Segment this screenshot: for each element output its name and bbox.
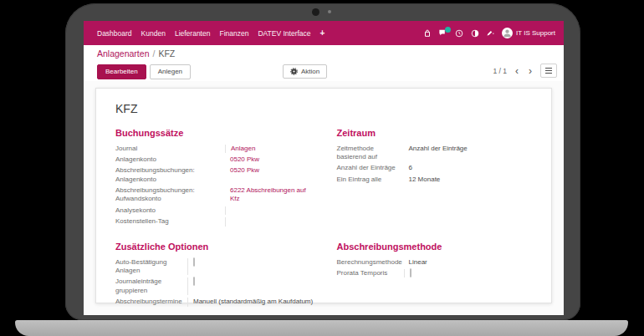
- contrast-icon[interactable]: [470, 28, 479, 38]
- user-menu[interactable]: IT IS Support: [502, 28, 555, 38]
- pager-value: 1 / 1: [493, 67, 507, 75]
- notification-badge: [445, 27, 451, 33]
- menu-lieferanten[interactable]: Lieferanten: [175, 29, 211, 38]
- field-label: Anzahl der Einträge: [337, 164, 404, 172]
- field-label: Journaleinträge gruppieren: [115, 277, 187, 295]
- journaleintraege-gruppieren-checkbox[interactable]: [193, 277, 195, 286]
- section-buchungssaetze: Buchungssätze Journal Anlagen Anlagenkon…: [115, 128, 315, 227]
- prorata-temporis-checkbox[interactable]: [410, 268, 411, 277]
- create-button[interactable]: Anlegen: [150, 64, 191, 79]
- field-label: Ein Eintrag alle: [337, 176, 404, 184]
- field-value: [187, 258, 315, 276]
- section-abschreibungsmethode: Abschreibungsmethode Berechnungsmethode …: [337, 242, 537, 308]
- chat-icon[interactable]: [438, 28, 447, 38]
- webcam-dot: [312, 8, 319, 16]
- section-zeitraum: Zeitraum Zeitmethode basierend auf Anzah…: [337, 128, 537, 227]
- field-row-ein-eintrag-alle: Ein Eintrag alle 12 Monate: [337, 174, 537, 185]
- action-menu-icon: [290, 68, 298, 75]
- record-buttons: Bearbeiten Anlegen: [97, 64, 191, 79]
- breadcrumb-current: KFZ: [158, 48, 175, 59]
- field-row-journaleintraege-gruppieren: Journaleinträge gruppieren: [115, 277, 315, 297]
- control-bar: Bearbeiten Anlegen Aktion 1 / 1 ‹ ›: [84, 61, 564, 82]
- field-value-empty[interactable]: [225, 217, 315, 226]
- field-row-abschreibung-anlagenkonto: Abschreibungsbuchungen: Anlagenkonto 052…: [115, 165, 315, 186]
- field-row-abschreibungstermine: Abschreibungstermine Manuell (standardmä…: [115, 297, 315, 308]
- field-row-prorata-temporis: Prorata Temporis: [337, 268, 537, 279]
- field-value-link[interactable]: 0520 Pkw: [225, 166, 315, 184]
- field-value-link[interactable]: 0520 Pkw: [225, 155, 315, 164]
- field-row-kostenstellen-tag: Kostenstellen-Tag: [115, 216, 315, 227]
- field-label: Berechnungsmethode: [337, 258, 404, 267]
- field-label: Analysekonto: [115, 206, 225, 215]
- breadcrumb: Anlagenarten / KFZ: [84, 45, 564, 61]
- form-grid: Buchungssätze Journal Anlagen Anlagenkon…: [96, 128, 551, 308]
- field-label: Prorata Temporis: [337, 269, 404, 277]
- field-row-anzahl-eintraege: Anzahl der Einträge 6: [337, 163, 537, 174]
- pager: 1 / 1 ‹ ›: [493, 64, 557, 78]
- auto-bestaetigung-checkbox[interactable]: [193, 257, 195, 267]
- main-menu: Dashboard Kunden Lieferanten Finanzen DA…: [84, 28, 325, 38]
- navbar-systray: IT IS Support: [422, 28, 564, 38]
- field-row-analysekonto: Analysekonto: [115, 205, 315, 216]
- field-label: Abschreibungsbuchungen: Aufwandskonto: [115, 186, 225, 204]
- field-value: 6: [404, 164, 537, 172]
- record-title: KFZ: [115, 102, 551, 115]
- field-row-auto-bestaetigung: Auto-Bestätigung Anlagen: [115, 257, 315, 277]
- field-value: Manuell (standardmäßig am Kaufdatum): [187, 298, 315, 306]
- field-label: Abschreibungstermine: [115, 298, 187, 306]
- menu-datev-interface[interactable]: DATEV Interface: [258, 29, 310, 38]
- section-heading: Zusätzliche Optionen: [115, 242, 315, 252]
- menu-add-plus[interactable]: +: [320, 28, 325, 38]
- field-row-abschreibung-aufwandskonto: Abschreibungsbuchungen: Aufwandskonto 62…: [115, 186, 315, 206]
- action-menu-label: Aktion: [301, 68, 319, 75]
- edit-button[interactable]: Bearbeiten: [97, 64, 146, 79]
- field-row-anlagenkonto: Anlagenkonto 0520 Pkw: [115, 154, 315, 165]
- laptop-mockup: Dashboard Kunden Lieferanten Finanzen DA…: [0, 0, 644, 336]
- breadcrumb-separator: /: [152, 48, 155, 59]
- action-menu-button[interactable]: Aktion: [283, 64, 327, 79]
- field-label: Abschreibungsbuchungen: Anlagenkonto: [115, 166, 225, 184]
- field-value-link[interactable]: Anlagen: [225, 145, 315, 153]
- field-value: 12 Monate: [404, 176, 537, 184]
- menu-dashboard[interactable]: Dashboard: [97, 29, 132, 38]
- microphone-dot: [328, 10, 331, 13]
- bag-icon[interactable]: [422, 28, 432, 38]
- field-label: Zeitmethode basierend auf: [337, 145, 404, 162]
- menu-kunden[interactable]: Kunden: [141, 29, 166, 38]
- field-label: Auto-Bestätigung Anlagen: [115, 258, 187, 276]
- top-navbar: Dashboard Kunden Lieferanten Finanzen DA…: [84, 21, 564, 45]
- section-heading: Zeitraum: [337, 128, 537, 138]
- field-label: Journal: [115, 145, 225, 153]
- section-heading: Buchungssätze: [115, 128, 315, 138]
- pager-next-icon[interactable]: ›: [527, 67, 534, 75]
- user-avatar: [502, 28, 513, 38]
- laptop-base: [15, 320, 628, 336]
- list-view-toggle[interactable]: [540, 64, 557, 78]
- app-screen: Dashboard Kunden Lieferanten Finanzen DA…: [84, 21, 564, 315]
- field-value-link[interactable]: 6222 Abschreibungen auf Kfz: [225, 186, 315, 204]
- field-row-berechnungsmethode: Berechnungsmethode Linear: [337, 257, 537, 267]
- field-value: Linear: [404, 258, 537, 267]
- field-value: [187, 277, 315, 295]
- pager-previous-icon[interactable]: ‹: [514, 67, 520, 75]
- field-row-journal: Journal Anlagen: [115, 143, 315, 154]
- menu-finanzen[interactable]: Finanzen: [219, 29, 248, 38]
- section-heading: Abschreibungsmethode: [337, 242, 537, 252]
- field-value: [404, 269, 537, 277]
- field-label: Anlagenkonto: [115, 155, 225, 164]
- field-value: Anzahl der Einträge: [404, 145, 537, 162]
- field-row-zeitmethode: Zeitmethode basierend auf Anzahl der Ein…: [337, 143, 537, 163]
- clock-icon[interactable]: [454, 28, 463, 38]
- content-area: KFZ Buchungssätze Journal Anlagen Anlage…: [84, 81, 564, 315]
- breadcrumb-anlagenarten[interactable]: Anlagenarten: [97, 48, 149, 59]
- form-sheet: KFZ Buchungssätze Journal Anlagen Anlage…: [95, 88, 552, 303]
- field-value-empty[interactable]: [225, 206, 315, 215]
- pencil-icon[interactable]: [486, 28, 495, 38]
- user-name: IT IS Support: [516, 29, 555, 37]
- field-label: Kostenstellen-Tag: [115, 217, 225, 226]
- section-zusaetzliche-optionen: Zusätzliche Optionen Auto-Bestätigung An…: [115, 242, 315, 308]
